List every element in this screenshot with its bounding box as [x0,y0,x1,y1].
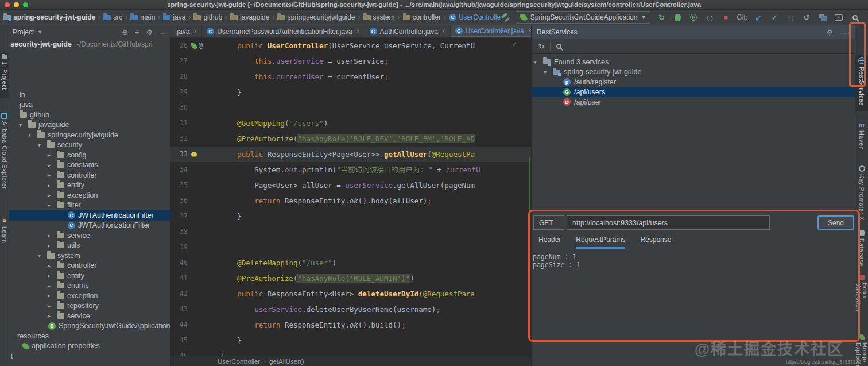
tree-item[interactable]: t [9,351,170,361]
stop-icon[interactable]: ■ [720,12,731,22]
gear-icon[interactable]: ⚙ [826,28,833,37]
spring-bean-icon[interactable] [191,43,197,49]
breadcrumb-item[interactable]: javaguide [230,13,269,21]
request-url-input[interactable]: http://localhost:9333/api/users [567,215,770,230]
tree-item[interactable]: ▸enums [9,281,170,291]
service-item[interactable]: ▾spring-security-jwt-guide [532,67,855,78]
tree-arrow-icon[interactable]: ▾ [544,69,553,75]
tree-arrow-icon[interactable]: ▸ [48,283,57,289]
git-update-icon[interactable]: ↙ [753,12,764,22]
run-configuration-select[interactable]: SpringSecurityJwtGuideApplication ▼ [516,11,651,24]
tree-arrow-icon[interactable]: ▸ [48,152,57,158]
code-line[interactable]: 28 this.currentUser = currentUser; [170,69,531,84]
tree-arrow-icon[interactable]: ▾ [38,142,47,148]
search-everywhere-icon[interactable] [850,12,860,22]
tree-arrow-icon[interactable]: ▸ [48,263,57,269]
tree-arrow-icon[interactable]: ▸ [48,272,57,279]
close-window-button[interactable] [5,2,10,7]
tool-strip-button-learn[interactable]: ≈Learn [0,215,9,253]
breadcrumb-item[interactable]: CUserController [449,13,501,21]
tree-item[interactable]: CJWTAuthorizationFilter [9,221,170,231]
refresh-icon[interactable]: ↻ [538,43,544,51]
changes-icon[interactable] [817,12,828,22]
code-line[interactable]: 30 [170,100,531,115]
close-tab-icon[interactable]: × [193,28,197,34]
service-item[interactable]: p/auth/register [532,77,855,87]
git-commit-icon[interactable]: ✓ [769,12,780,22]
code-line[interactable]: 32 @PreAuthorize("hasAnyRole('ROLE_DEV',… [170,131,531,147]
debug-icon[interactable] [672,12,683,22]
code-line[interactable]: 44 return ResponseEntity.ok().build(); [170,317,531,333]
rest-client-tab-requestparams[interactable]: RequestParams [576,236,625,249]
tree-arrow-icon[interactable]: ▾ [19,122,28,128]
tree-item[interactable]: ▸entity [9,271,170,281]
tool-strip-button-database[interactable]: Database [855,228,868,268]
tool-strip-button-restservices[interactable]: RestServices [855,55,868,111]
tree-arrow-icon[interactable]: ▸ [48,172,57,178]
code-line[interactable]: 36 return ResponseEntity.ok().body(allUs… [170,193,531,209]
code-area[interactable]: 26@ public UserController(UserService us… [170,38,531,364]
tree-arrow-icon[interactable]: ▾ [534,59,543,65]
tree-item[interactable]: ▾filter [9,201,170,211]
tree-item[interactable]: SSpringSecurityJwtGuideApplication [9,321,170,332]
code-line[interactable]: 27 this.userService = userService; [170,53,531,69]
tree-item[interactable]: CJWTAuthenticationFilter [9,210,170,221]
breadcrumb-item[interactable]: src [103,13,122,21]
breadcrumb-item[interactable]: spring-security-jwt-guide [3,13,95,21]
tree-arrow-icon[interactable]: ▸ [48,303,57,309]
tree-item[interactable]: ▾javaguide [9,120,170,130]
tree-arrow-icon[interactable]: ▸ [48,162,57,168]
tree-arrow-icon[interactable]: ▾ [38,252,47,259]
collapse-all-icon[interactable]: ÷ [135,28,139,37]
tree-item[interactable]: ▸controller [9,170,170,180]
tree-item[interactable]: ▸entity [9,180,170,191]
tree-item[interactable]: application.properties [9,341,170,352]
rest-client-tab-header[interactable]: Header [538,236,561,249]
service-item[interactable]: ▾Found 3 services [532,57,855,67]
tree-arrow-icon[interactable]: ▸ [48,232,57,238]
tree-item[interactable]: ▾security [9,140,170,151]
breadcrumb-item[interactable]: main [130,13,155,21]
code-line[interactable]: 42 public ResponseEntity<User> deleteUse… [170,286,531,302]
tree-item[interactable]: ▸exception [9,190,170,201]
gear-icon[interactable]: ⚙ [146,28,153,37]
minimize-window-button[interactable] [14,2,19,7]
preview-icon[interactable] [834,12,844,22]
run-icon[interactable]: ↻ [656,12,666,22]
send-button[interactable]: Send [817,215,854,230]
tree-item[interactable]: in [9,90,170,100]
tree-item[interactable]: ▸config [9,150,170,160]
tool-strip-button-alibaba-cloud-explorer[interactable]: Alibaba Cloud Explorer [0,110,9,214]
tree-arrow-icon[interactable]: ▾ [28,132,37,138]
tree-item[interactable] [9,60,170,70]
tool-strip-button-maven[interactable]: mMaven [855,119,868,157]
code-line[interactable]: 26@ public UserController(UserService us… [170,38,531,53]
tree-item[interactable]: ▾springsecurityjwtguide [9,130,170,140]
chevron-down-icon[interactable]: ▼ [37,29,42,35]
git-history-icon[interactable]: ◷ [785,12,796,22]
project-view-select[interactable]: Project [13,28,34,36]
breadcrumb-item[interactable]: github [193,13,222,21]
profiler-icon[interactable] [688,12,699,22]
hide-panel-icon[interactable]: — [160,28,167,37]
code-line[interactable]: 31 @GetMapping("/users") [170,115,531,131]
tree-arrow-icon[interactable]: ▸ [48,192,57,198]
service-item[interactable]: G/api/users [532,87,855,98]
tree-item[interactable]: ▸constants [9,160,170,171]
build-hammer-icon[interactable] [501,13,510,22]
maximize-window-button[interactable] [23,2,28,7]
code-line[interactable]: 37 } [170,209,531,224]
editor-tab[interactable]: .java× [170,25,202,37]
hide-panel-icon[interactable]: — [842,28,850,37]
tree-item[interactable]: resources [9,331,170,341]
close-tab-icon[interactable]: × [442,28,445,34]
tree-item[interactable]: ▸controller [9,261,170,271]
tree-item[interactable]: ▸exception [9,291,170,301]
code-line[interactable]: 45 } [170,333,531,348]
coverage-icon[interactable]: ◷ [704,12,715,22]
breadcrumb-method[interactable]: getAllUser() [269,358,304,365]
breadcrumb-item[interactable]: springsecurityjwtguide [277,13,355,21]
code-line[interactable]: 43 userService.deleteUserByUserName(user… [170,302,531,317]
tool-strip-button-1-project[interactable]: 1: Project [0,53,9,98]
breadcrumb-item[interactable]: system [363,13,395,21]
